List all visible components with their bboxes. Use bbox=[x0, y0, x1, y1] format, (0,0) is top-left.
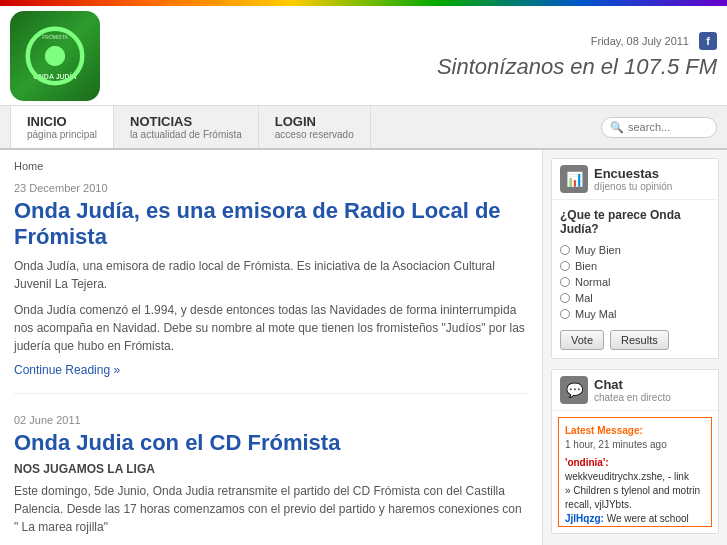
layout: Home 23 December 2010 Onda Judía, es una… bbox=[0, 150, 727, 545]
chat-msg-cont: » Children s tylenol and motrin recall, … bbox=[565, 484, 705, 512]
article-1: 23 December 2010 Onda Judía, es una emis… bbox=[14, 182, 528, 394]
svg-text:FRÓMISTA: FRÓMISTA bbox=[42, 34, 68, 40]
chat-header: 💬 Chat chatea en directo bbox=[552, 370, 718, 411]
sidebar: 📊 Encuestas díjenos tu opinión ¿Que te p… bbox=[542, 150, 727, 545]
svg-point-1 bbox=[45, 46, 65, 66]
continue-reading-link[interactable]: Continue Reading » bbox=[14, 363, 120, 377]
radio-normal[interactable] bbox=[560, 277, 570, 287]
article-2-subtitle: NOS JUGAMOS LA LIGA bbox=[14, 462, 528, 476]
chat-content: Latest Message: 1 hour, 21 minutes ago '… bbox=[552, 411, 718, 533]
poll-buttons: Vote Results bbox=[560, 330, 710, 350]
date-label: Friday, 08 July 2011 bbox=[591, 35, 689, 47]
radio-muymal[interactable] bbox=[560, 309, 570, 319]
radio-bien[interactable] bbox=[560, 261, 570, 271]
article-1-title[interactable]: Onda Judía, es una emisora de Radio Loca… bbox=[14, 198, 528, 251]
poll-option-muybien[interactable]: Muy Bien bbox=[560, 244, 710, 256]
svg-text:ONDA JUDÍA: ONDA JUDÍA bbox=[33, 72, 76, 80]
poll-option-muymal[interactable]: Muy Mal bbox=[560, 308, 710, 320]
station-name: Sintonízanos en el 107.5 FM bbox=[437, 54, 717, 80]
navigation: INICIO página principal NOTICIAS la actu… bbox=[0, 106, 727, 150]
poll-option-bien[interactable]: Bien bbox=[560, 260, 710, 272]
article-1-body1: Onda Judía, una emisora de radio local d… bbox=[14, 257, 528, 293]
chat-time: 1 hour, 21 minutes ago bbox=[565, 438, 705, 452]
poll-section: 📊 Encuestas díjenos tu opinión ¿Que te p… bbox=[551, 158, 719, 359]
results-button[interactable]: Results bbox=[610, 330, 669, 350]
chat-section: 💬 Chat chatea en directo Latest Message:… bbox=[551, 369, 719, 534]
chat-latest-label: Latest Message: bbox=[565, 424, 705, 438]
chat-user-2: JjlHqzg: bbox=[565, 513, 604, 524]
chat-title: Chat bbox=[594, 377, 671, 392]
poll-icon: 📊 bbox=[560, 165, 588, 193]
article-2-title[interactable]: Onda Judia con el CD Frómista bbox=[14, 430, 528, 456]
svg-point-0 bbox=[27, 28, 83, 84]
logo: ONDA JUDÍA FRÓMISTA bbox=[10, 11, 100, 101]
vote-button[interactable]: Vote bbox=[560, 330, 604, 350]
nav-item-inicio[interactable]: INICIO página principal bbox=[10, 106, 114, 148]
poll-question: ¿Que te parece Onda Judía? bbox=[560, 208, 710, 236]
article-2-date: 02 June 2011 bbox=[14, 414, 528, 426]
chat-msg-2: JjlHqzg: We were at school together amat… bbox=[565, 512, 705, 527]
poll-option-normal[interactable]: Normal bbox=[560, 276, 710, 288]
header-right: Friday, 08 July 2011 f Sintonízanos en e… bbox=[437, 32, 717, 80]
radio-mal[interactable] bbox=[560, 293, 570, 303]
poll-content: ¿Que te parece Onda Judía? Muy Bien Bien… bbox=[552, 200, 718, 358]
facebook-icon[interactable]: f bbox=[699, 32, 717, 50]
breadcrumb: Home bbox=[14, 160, 528, 172]
date-facebook-row: Friday, 08 July 2011 f bbox=[591, 32, 717, 50]
header: ONDA JUDÍA FRÓMISTA Friday, 08 July 2011… bbox=[0, 6, 727, 106]
chat-messages[interactable]: Latest Message: 1 hour, 21 minutes ago '… bbox=[558, 417, 712, 527]
poll-title: Encuestas bbox=[594, 166, 672, 181]
poll-option-mal[interactable]: Mal bbox=[560, 292, 710, 304]
radio-muybien[interactable] bbox=[560, 245, 570, 255]
logo-area: ONDA JUDÍA FRÓMISTA bbox=[10, 11, 100, 101]
nav-item-login[interactable]: LOGIN acceso reservado bbox=[259, 106, 371, 148]
article-1-date: 23 December 2010 bbox=[14, 182, 528, 194]
nav-item-noticias[interactable]: NOTICIAS la actualidad de Frómista bbox=[114, 106, 259, 148]
chat-user-1: 'ondinia': bbox=[565, 457, 609, 468]
poll-header: 📊 Encuestas díjenos tu opinión bbox=[552, 159, 718, 200]
chat-icon: 💬 bbox=[560, 376, 588, 404]
search-icon: 🔍 bbox=[610, 121, 624, 134]
search-box: 🔍 bbox=[601, 117, 717, 138]
article-2-body1: Este domingo, 5de Junio, Onda Judia retr… bbox=[14, 482, 528, 536]
article-1-body2: Onda Judía comenzó el 1.994, y desde ent… bbox=[14, 301, 528, 355]
poll-subtitle: díjenos tu opinión bbox=[594, 181, 672, 192]
nav-links: INICIO página principal NOTICIAS la actu… bbox=[10, 106, 371, 148]
search-input[interactable] bbox=[628, 121, 708, 133]
main-content: Home 23 December 2010 Onda Judía, es una… bbox=[0, 150, 542, 545]
chat-subtitle: chatea en directo bbox=[594, 392, 671, 403]
article-2: 02 June 2011 Onda Judia con el CD Frómis… bbox=[14, 414, 528, 545]
chat-msg-1: 'ondinia': wekkveuditrychx.zshe, - link bbox=[565, 456, 705, 484]
